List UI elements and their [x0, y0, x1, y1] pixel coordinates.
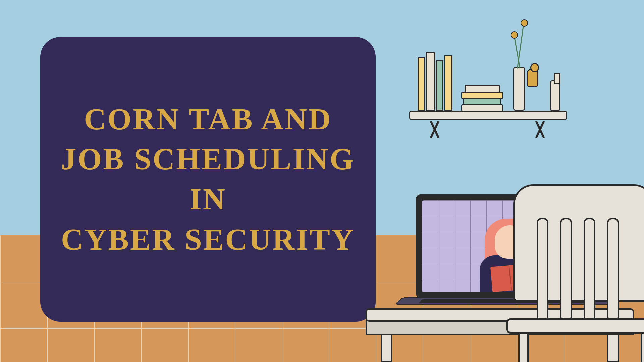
figurine-icon: [527, 69, 538, 87]
chair-illustration: [486, 184, 644, 362]
bottle-icon: [550, 80, 560, 111]
desk-leg: [381, 334, 392, 362]
illustration-scene: CORN TAB AND JOB SCHEDULING IN CYBER SEC…: [0, 0, 644, 362]
title-text: CORN TAB AND JOB SCHEDULING IN CYBER SEC…: [61, 99, 355, 259]
book-icon: [418, 57, 425, 111]
book-icon: [436, 60, 443, 111]
wall-shelf: [409, 111, 567, 120]
shelf-items: [409, 50, 567, 111]
title-card: CORN TAB AND JOB SCHEDULING IN CYBER SEC…: [40, 37, 376, 322]
flower-icon: [521, 19, 528, 27]
vase-icon: [513, 67, 525, 111]
book-icon: [426, 52, 435, 111]
book-stack-icon: [461, 85, 503, 111]
flower-icon: [511, 31, 518, 39]
book-icon: [444, 55, 452, 111]
